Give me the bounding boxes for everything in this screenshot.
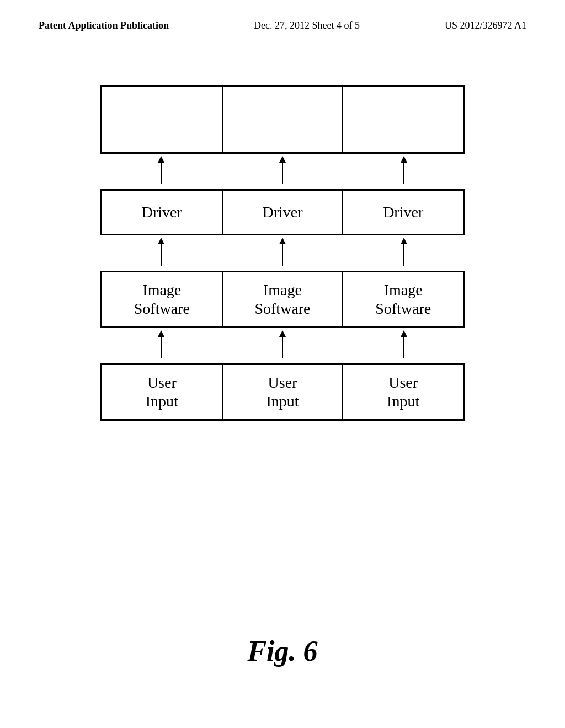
top-row <box>100 85 465 154</box>
driver-row: Driver Driver Driver <box>100 189 465 235</box>
svg-marker-13 <box>158 330 164 337</box>
svg-marker-5 <box>401 156 407 163</box>
driver-cell-1: Driver <box>102 190 222 234</box>
image-software-cell-1: ImageSoftware <box>102 272 222 327</box>
svg-marker-17 <box>401 330 407 337</box>
header-publication-type: Patent Application Publication <box>39 20 169 31</box>
svg-marker-3 <box>279 156 286 163</box>
header-patent-number: US 2012/326972 A1 <box>445 20 526 31</box>
image-software-cell-2: ImageSoftware <box>222 272 343 327</box>
figure-caption: Fig. 6 <box>247 635 317 667</box>
page-header: Patent Application Publication Dec. 27, … <box>0 20 565 31</box>
driver-cell-2: Driver <box>222 190 343 234</box>
user-input-cell-1: UserInput <box>102 365 222 420</box>
driver-cell-3: Driver <box>343 190 463 234</box>
image-software-cell-3: ImageSoftware <box>343 272 463 327</box>
top-cell-2 <box>222 87 343 153</box>
svg-marker-15 <box>279 330 286 337</box>
top-cell-3 <box>343 87 463 153</box>
svg-marker-1 <box>158 156 164 163</box>
svg-marker-9 <box>279 238 286 244</box>
svg-marker-11 <box>401 238 407 244</box>
diagram-area: Driver Driver Driver ImageSoftware Image… <box>100 85 465 421</box>
user-input-row: UserInput UserInput UserInput <box>100 363 465 421</box>
user-input-cell-3: UserInput <box>343 365 463 420</box>
header-date-sheet: Dec. 27, 2012 Sheet 4 of 5 <box>254 20 360 31</box>
arrows-user-to-image <box>100 328 465 361</box>
user-input-cell-2: UserInput <box>222 365 343 420</box>
arrows-image-to-driver <box>100 235 465 269</box>
arrows-top-to-driver <box>100 154 465 187</box>
svg-marker-7 <box>158 238 164 244</box>
image-software-row: ImageSoftware ImageSoftware ImageSoftwar… <box>100 271 465 328</box>
top-cell-1 <box>102 87 222 153</box>
